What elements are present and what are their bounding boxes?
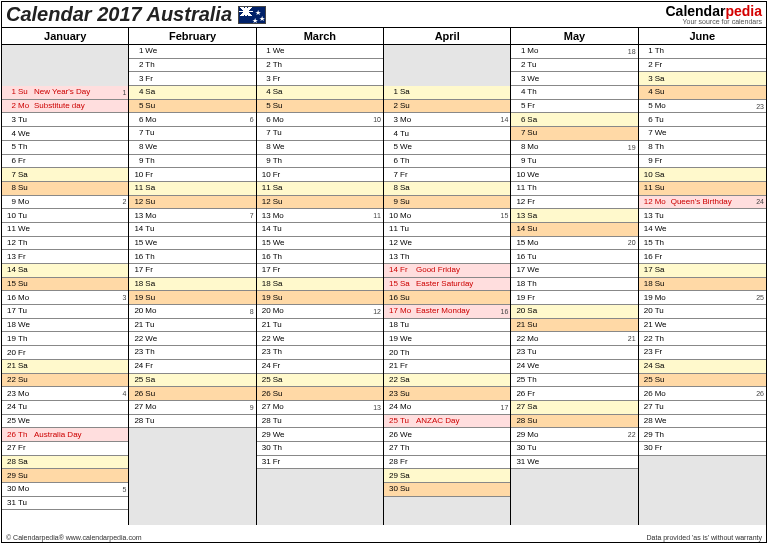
- day-of-week: Su: [145, 102, 161, 110]
- week-number: 22: [628, 431, 636, 438]
- day-of-week: Mo: [18, 485, 34, 493]
- day-number: 31: [513, 458, 527, 466]
- day-number: 11: [513, 184, 527, 192]
- day-row: 21Tu: [129, 319, 255, 333]
- day-number: 5: [513, 102, 527, 110]
- day-of-week: Sa: [273, 184, 289, 192]
- day-row: 19We: [384, 332, 510, 346]
- day-number: 12: [4, 239, 18, 247]
- day-of-week: Sa: [400, 376, 416, 384]
- day-number: 2: [4, 102, 18, 110]
- day-of-week: Tu: [18, 499, 34, 507]
- day-number: 29: [386, 472, 400, 480]
- month-header: January: [2, 28, 129, 45]
- day-number: 3: [259, 75, 273, 83]
- day-row: 13Mo11: [257, 209, 383, 223]
- day-number: 18: [386, 321, 400, 329]
- day-row: 4Th: [511, 86, 637, 100]
- day-of-week: We: [145, 239, 161, 247]
- day-row: 3Sa: [639, 72, 766, 86]
- day-of-week: Tu: [400, 130, 416, 138]
- day-of-week: Sa: [655, 362, 671, 370]
- day-row: 18Sa: [257, 278, 383, 292]
- day-number: 1: [386, 88, 400, 96]
- day-row: 25TuANZAC Day: [384, 415, 510, 429]
- day-row: 22Su: [2, 374, 128, 388]
- day-of-week: Su: [527, 129, 543, 137]
- month-column: 1We2Th3Fr4Sa5Su6Mo67Tu8We9Th10Fr11Sa12Su…: [129, 45, 256, 525]
- day-of-week: Mo: [18, 390, 34, 398]
- week-number: 15: [501, 212, 509, 219]
- day-number: 21: [4, 362, 18, 370]
- day-number: 10: [641, 171, 655, 179]
- footer-left: © Calendarpedia® www.calendarpedia.com: [6, 534, 142, 541]
- day-number: 7: [513, 129, 527, 137]
- day-row: 2MoSubstitute day: [2, 100, 128, 114]
- event-label: Good Friday: [416, 266, 510, 274]
- day-number: 8: [131, 143, 145, 151]
- day-of-week: Su: [18, 280, 34, 288]
- day-number: 11: [4, 225, 18, 233]
- day-of-week: We: [527, 75, 543, 83]
- day-row: 18Tu: [384, 319, 510, 333]
- day-of-week: Su: [18, 184, 34, 192]
- day-row: 29Sa: [384, 469, 510, 483]
- day-number: 23: [386, 390, 400, 398]
- day-of-week: Sa: [400, 184, 416, 192]
- month-header: April: [384, 28, 511, 45]
- day-row: 21Fr: [384, 360, 510, 374]
- day-number: 10: [131, 171, 145, 179]
- day-row: 5Th: [2, 141, 128, 155]
- day-of-week: Th: [527, 280, 543, 288]
- day-number: 4: [386, 130, 400, 138]
- day-row: 9Th: [129, 155, 255, 169]
- day-row: 3Mo14: [384, 113, 510, 127]
- day-number: 9: [513, 157, 527, 165]
- day-row: 7Tu: [129, 127, 255, 141]
- day-of-week: Sa: [145, 184, 161, 192]
- day-number: 8: [259, 143, 273, 151]
- day-row: 15SaEaster Saturday: [384, 278, 510, 292]
- day-row: 2Th: [257, 59, 383, 73]
- day-number: 13: [131, 212, 145, 220]
- day-row: 15Su: [2, 278, 128, 292]
- day-of-week: Sa: [145, 280, 161, 288]
- day-of-week: We: [273, 335, 289, 343]
- day-number: 22: [513, 335, 527, 343]
- day-row: 16Th: [257, 250, 383, 264]
- day-of-week: Fr: [145, 171, 161, 179]
- day-of-week: Th: [273, 348, 289, 356]
- day-of-week: We: [400, 143, 416, 151]
- day-row: 5Fr: [511, 100, 637, 114]
- day-row: 8Mo19: [511, 141, 637, 155]
- day-row: 23Su: [384, 387, 510, 401]
- day-row: 7Su: [511, 127, 637, 141]
- day-row: 24We: [511, 360, 637, 374]
- day-of-week: Fr: [145, 362, 161, 370]
- day-of-week: We: [273, 431, 289, 439]
- day-row: 25Su: [639, 374, 766, 388]
- day-row: 24Fr: [129, 360, 255, 374]
- day-number: 5: [4, 143, 18, 151]
- day-row: 20Fr: [2, 346, 128, 360]
- day-row: 9Mo2: [2, 196, 128, 210]
- day-of-week: Sa: [655, 266, 671, 274]
- day-number: 14: [4, 266, 18, 274]
- day-number: 12: [131, 198, 145, 206]
- day-row: 15Mo20: [511, 237, 637, 251]
- day-number: 28: [259, 417, 273, 425]
- day-of-week: Fr: [655, 444, 671, 452]
- day-row: 1SuNew Year's Day1: [2, 86, 128, 100]
- month-columns: 1SuNew Year's Day12MoSubstitute day3Tu4W…: [2, 45, 766, 525]
- day-number: 30: [259, 444, 273, 452]
- day-of-week: Mo: [273, 212, 289, 220]
- day-row: 14Tu: [129, 223, 255, 237]
- day-number: 24: [4, 403, 18, 411]
- day-row: 2Fr: [639, 59, 766, 73]
- event-label: ANZAC Day: [416, 417, 510, 425]
- event-label: Australia Day: [34, 431, 128, 439]
- day-of-week: We: [400, 431, 416, 439]
- day-row: 19Su: [257, 291, 383, 305]
- event-label: Easter Monday: [416, 307, 510, 315]
- event-label: Easter Saturday: [416, 280, 510, 288]
